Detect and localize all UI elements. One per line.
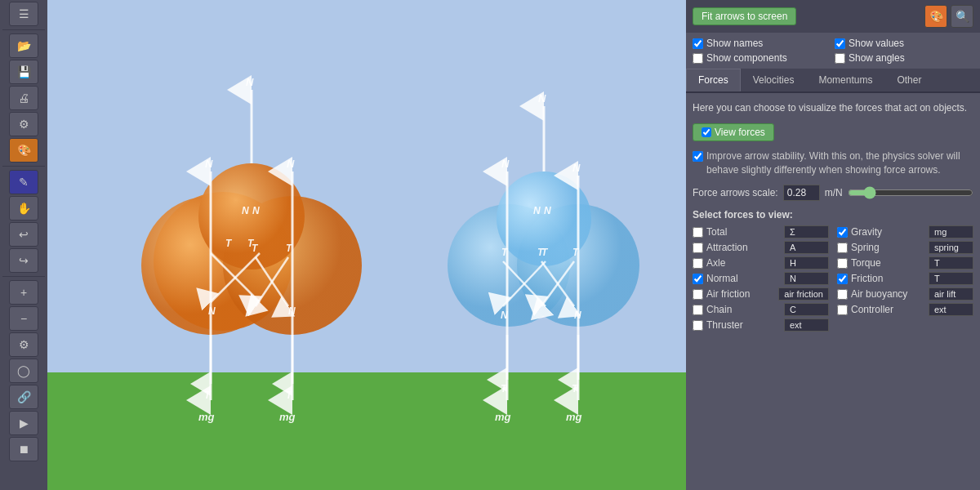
- force-torque-checkbox[interactable]: [837, 258, 848, 269]
- undo-button[interactable]: ↩: [9, 222, 38, 247]
- grab-button[interactable]: ✋: [9, 196, 38, 220]
- svg-text:N: N: [572, 162, 581, 174]
- toolbar-divider-3: [2, 276, 45, 277]
- improve-stability-checkbox[interactable]: [693, 151, 703, 162]
- svg-text:N: N: [288, 305, 296, 317]
- show-names-checkbox-item: Show names: [693, 38, 831, 49]
- gear-button[interactable]: ⚙: [9, 332, 38, 357]
- show-values-checkbox[interactable]: [835, 38, 845, 49]
- search-panel-button[interactable]: 🔍: [951, 5, 973, 28]
- force-torque-symbol: T: [929, 256, 973, 270]
- fit-arrows-button[interactable]: Fit arrows to screen: [693, 7, 796, 25]
- svg-text:N: N: [242, 205, 249, 216]
- menu-button[interactable]: ☰: [9, 2, 38, 26]
- force-thruster-label: Thruster: [706, 319, 781, 331]
- svg-text:N: N: [501, 158, 510, 170]
- show-values-checkbox-item: Show values: [835, 38, 973, 49]
- cursor-button[interactable]: ✎: [9, 170, 38, 194]
- force-air-friction-checkbox[interactable]: [693, 289, 703, 300]
- svg-text:N: N: [208, 305, 216, 317]
- play-button[interactable]: ▶: [9, 411, 38, 435]
- force-friction-checkbox[interactable]: [837, 274, 848, 284]
- force-row-thruster: Thruster ext: [693, 318, 829, 332]
- svg-text:N: N: [205, 158, 213, 170]
- tab-other[interactable]: Other: [884, 69, 933, 91]
- show-angles-checkbox-item: Show angles: [835, 52, 973, 64]
- show-values-label: Show values: [849, 38, 904, 49]
- force-axle-symbol: H: [784, 256, 829, 270]
- forces-grid: Total Σ Gravity mg Attraction A Spring: [693, 225, 973, 332]
- stop-button[interactable]: ⏹: [9, 437, 38, 461]
- improve-stability-row: Improve arrow stability. With this on, t…: [693, 149, 973, 177]
- force-total-checkbox[interactable]: [693, 227, 703, 238]
- force-controller-symbol: ext: [929, 303, 973, 316]
- color-picker-button[interactable]: 🎨: [924, 5, 947, 28]
- force-total-label: Total: [706, 226, 781, 238]
- circle-button[interactable]: ◯: [9, 359, 38, 383]
- scale-row: Force arrows scale: m/N: [693, 185, 973, 201]
- force-attraction-checkbox[interactable]: [693, 243, 703, 253]
- canvas-area[interactable]: N mg T T N N mg T T N N N N: [47, 0, 686, 490]
- info-button[interactable]: 🎨: [9, 138, 38, 163]
- scale-label: Force arrows scale:: [693, 187, 778, 198]
- right-panel: Fit arrows to screen 🎨 🔍 Show names Show…: [686, 0, 980, 490]
- force-attraction-symbol: A: [784, 241, 829, 254]
- force-chain-checkbox[interactable]: [693, 305, 703, 315]
- print-button[interactable]: 🖨: [9, 86, 38, 110]
- show-names-checkbox[interactable]: [693, 38, 703, 49]
- force-normal-checkbox[interactable]: [693, 274, 703, 284]
- redo-button[interactable]: ↪: [9, 248, 38, 273]
- tab-momentums[interactable]: Momentums: [806, 69, 884, 91]
- force-row-normal: Normal N: [693, 272, 829, 285]
- physics-canvas[interactable]: N mg T T N N mg T T N N N N: [47, 0, 686, 490]
- settings-button[interactable]: ⚙: [9, 112, 38, 136]
- force-controller-checkbox[interactable]: [837, 305, 848, 315]
- svg-text:N: N: [538, 92, 546, 105]
- force-row-attraction: Attraction A: [693, 241, 829, 254]
- checkboxes-row: Show names Show values Show components S…: [686, 33, 980, 69]
- show-angles-label: Show angles: [849, 52, 905, 64]
- scale-slider[interactable]: [848, 186, 973, 199]
- force-controller-label: Controller: [851, 304, 925, 315]
- show-components-label: Show components: [706, 52, 787, 64]
- panel-content: Here you can choose to visualize the for…: [686, 93, 980, 490]
- force-friction-label: Friction: [851, 273, 925, 284]
- force-spring-label: Spring: [851, 242, 925, 253]
- svg-text:mg: mg: [279, 411, 296, 423]
- view-forces-button[interactable]: View forces: [693, 123, 774, 141]
- force-gravity-checkbox[interactable]: [837, 227, 848, 238]
- show-names-label: Show names: [706, 38, 763, 49]
- toolbar-divider-1: [2, 29, 45, 30]
- show-components-checkbox[interactable]: [693, 53, 703, 64]
- force-spring-checkbox[interactable]: [837, 243, 848, 253]
- link-button[interactable]: 🔗: [9, 385, 38, 409]
- zoom-out-button[interactable]: −: [9, 306, 38, 331]
- force-air-buoyancy-checkbox[interactable]: [837, 289, 848, 300]
- show-components-checkbox-item: Show components: [693, 52, 831, 64]
- view-forces-checkbox[interactable]: [702, 127, 711, 137]
- zoom-in-button[interactable]: +: [9, 280, 38, 305]
- panel-description: Here you can choose to visualize the for…: [693, 101, 973, 115]
- view-forces-label: View forces: [715, 127, 765, 138]
- force-thruster-checkbox[interactable]: [693, 320, 703, 331]
- scale-value-input[interactable]: [783, 185, 820, 201]
- force-axle-label: Axle: [706, 257, 781, 269]
- save-button[interactable]: 💾: [9, 60, 38, 84]
- force-row-axle: Axle H: [693, 256, 829, 270]
- force-gravity-symbol: mg: [929, 225, 973, 238]
- svg-text:N: N: [533, 205, 541, 216]
- force-row-air-buoyancy: Air buoyancy air lift: [837, 287, 973, 301]
- force-air-friction-label: Air friction: [706, 288, 775, 300]
- open-button[interactable]: 📂: [9, 33, 38, 58]
- force-chain-label: Chain: [706, 304, 781, 315]
- panel-top-bar: Fit arrows to screen 🎨 🔍: [686, 0, 980, 33]
- tab-velocities[interactable]: Velocities: [741, 69, 807, 91]
- force-axle-checkbox[interactable]: [693, 258, 703, 269]
- force-row-total: Total Σ: [693, 225, 829, 238]
- svg-text:mg: mg: [495, 411, 511, 423]
- force-normal-symbol: N: [784, 272, 829, 285]
- force-row-torque: Torque T: [837, 256, 973, 270]
- show-angles-checkbox[interactable]: [835, 53, 845, 64]
- tab-forces[interactable]: Forces: [686, 69, 741, 91]
- force-spring-symbol: spring: [929, 241, 973, 254]
